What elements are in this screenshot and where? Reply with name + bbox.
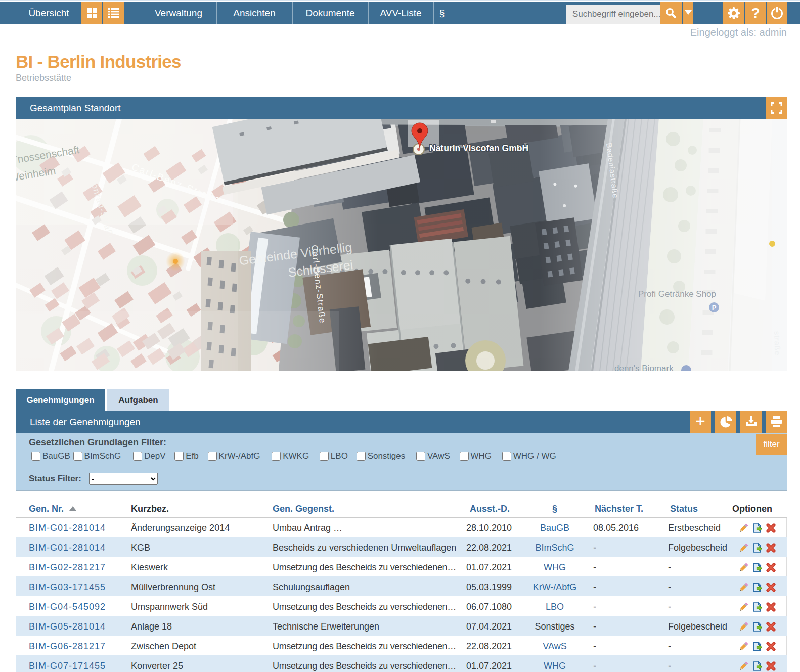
svg-text:straße: straße [773, 331, 782, 356]
svg-text:denn's Biomark: denn's Biomark [614, 364, 674, 371]
svg-text:Naturin Viscofan GmbH: Naturin Viscofan GmbH [429, 143, 528, 153]
svg-text:Profi Getränke Shop: Profi Getränke Shop [638, 289, 716, 299]
svg-text:P: P [712, 304, 717, 311]
